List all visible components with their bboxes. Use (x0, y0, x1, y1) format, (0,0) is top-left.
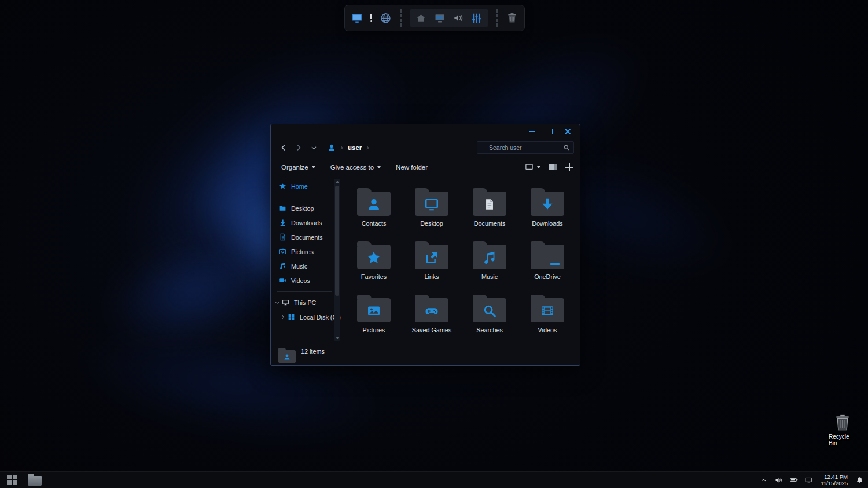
back-button[interactable] (278, 142, 289, 153)
sidebar-item-this-pc[interactable]: This PC (274, 295, 334, 310)
taskbar-clock[interactable]: 12:41 PM 11/15/2025 (819, 474, 849, 486)
top-dock (344, 5, 525, 31)
new-folder-button[interactable]: New folder (396, 164, 428, 171)
chevron-right-icon (365, 145, 370, 151)
maximize-button[interactable] (546, 127, 554, 135)
file-explorer-window: user Search user Organize Give access to… (270, 124, 580, 366)
scroll-up-arrow[interactable] (336, 181, 339, 183)
sidebar-scrollbar[interactable] (334, 179, 340, 341)
sidebar-item-local-disk[interactable]: Local Disk (C:) (274, 310, 334, 324)
clock-time: 12:41 PM (824, 474, 848, 480)
folder-label: Pictures (362, 326, 385, 333)
home-icon[interactable] (414, 11, 428, 25)
preview-pane-icon[interactable] (549, 164, 557, 170)
folder-label: Desktop (420, 220, 443, 227)
alert-icon (369, 11, 373, 25)
scroll-down-arrow[interactable] (336, 337, 339, 339)
folder-shape (473, 245, 506, 269)
chevron-down-icon (537, 166, 540, 168)
start-button[interactable] (5, 472, 20, 487)
sidebar-item-desktop[interactable]: Desktop (274, 201, 334, 215)
star-icon (366, 250, 381, 265)
forward-button[interactable] (293, 142, 304, 153)
chevron-right-icon (339, 145, 344, 151)
chevron-down-icon (377, 166, 381, 168)
volume-icon[interactable] (774, 475, 784, 485)
scroll-thumb[interactable] (335, 186, 339, 296)
sidebar-item-pictures[interactable]: Pictures (274, 244, 334, 259)
give-access-button[interactable]: Give access to (330, 164, 381, 171)
person-icon (366, 197, 381, 212)
folder-shape (415, 245, 448, 269)
pictures-icon (279, 248, 286, 255)
speaker-icon[interactable] (451, 11, 465, 25)
sidebar-item-label: Downloads (291, 219, 322, 226)
view-options-button[interactable] (525, 163, 540, 171)
folder-icon (279, 204, 286, 212)
folder-shape (415, 192, 448, 216)
folder-tile-documents[interactable]: Documents (461, 184, 518, 237)
organize-button[interactable]: Organize (281, 164, 315, 171)
folder-tile-music[interactable]: Music (461, 237, 518, 290)
add-new-item-icon[interactable] (565, 163, 573, 171)
folder-tile-downloads[interactable]: Downloads (518, 184, 576, 237)
globe-icon[interactable] (380, 11, 392, 25)
folder-tile-saved-games[interactable]: Saved Games (403, 290, 461, 343)
trash-icon[interactable] (506, 11, 518, 25)
folder-tile-pictures[interactable]: Pictures (345, 290, 403, 343)
new-folder-label: New folder (396, 164, 428, 171)
folder-tile-onedrive[interactable]: OneDrive (518, 237, 576, 290)
equalizer-icon[interactable] (470, 11, 484, 25)
close-button[interactable] (564, 127, 572, 135)
recycle-bin-label: Recycle Bin (829, 434, 856, 446)
folder-tile-links[interactable]: Links (403, 237, 461, 290)
folder-shape (531, 192, 564, 216)
sidebar-item-videos[interactable]: Videos (274, 273, 334, 288)
sidebar-item-label: Home (291, 183, 308, 190)
display-icon[interactable] (804, 475, 814, 485)
sidebar-item-label: Documents (291, 234, 323, 241)
tray-expand-icon[interactable] (759, 475, 768, 485)
chevron-right-icon[interactable] (280, 314, 286, 320)
folder-tile-favorites[interactable]: Favorites (345, 237, 403, 290)
sidebar-item-downloads[interactable]: Downloads (274, 215, 334, 230)
chevron-down-icon[interactable] (274, 300, 280, 306)
file-explorer-taskbar-icon[interactable] (28, 476, 42, 486)
sidebar-item-music[interactable]: Music (274, 259, 334, 273)
notifications-icon[interactable] (855, 475, 865, 485)
star-icon (279, 182, 286, 190)
document-icon (279, 233, 286, 241)
battery-icon[interactable] (789, 475, 799, 485)
music-icon (279, 262, 286, 270)
this-pc-icon (282, 299, 289, 306)
user-icon (328, 144, 336, 152)
videos-icon (279, 277, 286, 284)
folder-shape (357, 298, 391, 322)
folder-tile-searches[interactable]: Searches (461, 290, 518, 343)
minimize-button[interactable] (528, 127, 536, 135)
sidebar-item-documents[interactable]: Documents (274, 230, 334, 244)
sidebar-separator (277, 197, 332, 197)
search-box[interactable]: Search user (477, 141, 574, 154)
dock-separator (496, 9, 498, 27)
search-placeholder: Search user (489, 144, 522, 151)
recycle-bin-icon (834, 413, 851, 432)
folder-tile-videos[interactable]: Videos (518, 290, 576, 343)
computer-icon[interactable] (433, 11, 447, 25)
recent-locations-dropdown[interactable] (308, 142, 319, 153)
folder-tile-contacts[interactable]: Contacts (345, 184, 403, 237)
recycle-bin-desktop-icon[interactable]: Recycle Bin (829, 413, 856, 446)
folder-label: Documents (474, 220, 506, 227)
share-icon (424, 250, 439, 265)
sidebar-item-home[interactable]: Home (274, 179, 334, 193)
breadcrumb-user[interactable]: user (348, 144, 362, 151)
gamepad-icon (424, 303, 439, 318)
give-access-label: Give access to (330, 164, 374, 171)
breadcrumb[interactable]: user (328, 144, 370, 152)
folder-tile-desktop[interactable]: Desktop (403, 184, 461, 237)
current-folder-icon (278, 350, 296, 363)
folder-label: Videos (538, 326, 557, 333)
folder-shape (531, 245, 564, 269)
display-icon[interactable] (351, 11, 363, 25)
sidebar-item-label: Pictures (291, 248, 314, 255)
